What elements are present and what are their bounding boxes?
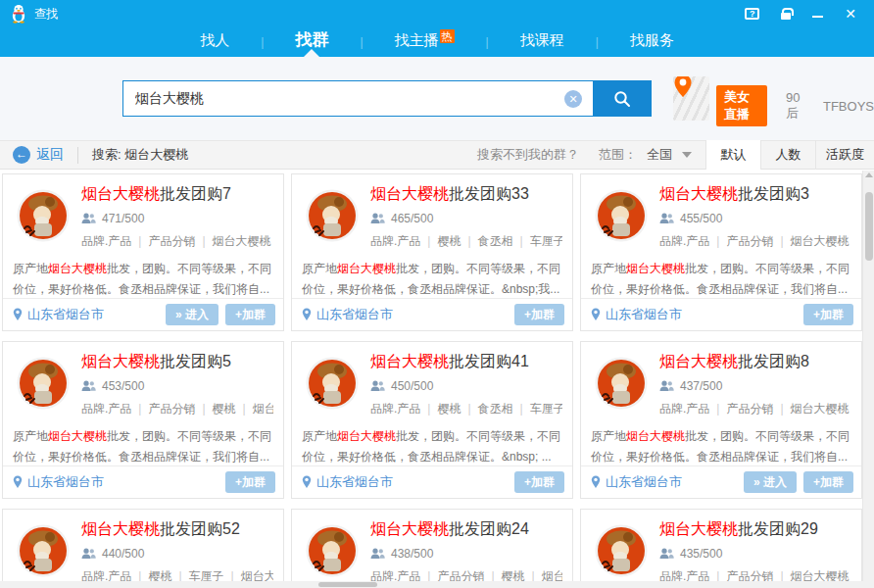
title-highlight: 烟台大樱桃: [81, 185, 160, 202]
title-rest: 批发团购29: [738, 520, 818, 537]
back-button[interactable]: ← 返回: [13, 146, 64, 164]
group-location[interactable]: 山东省烟台市: [591, 306, 797, 323]
cant-find-group-link[interactable]: 搜索不到我的群？: [477, 146, 579, 164]
group-location[interactable]: 山东省烟台市: [591, 473, 737, 491]
minimize-icon[interactable]: [812, 16, 823, 18]
sort-tab-default[interactable]: 默认: [705, 140, 760, 170]
tab-find-groups[interactable]: 找群: [287, 27, 336, 57]
group-location[interactable]: 山东省烟台市: [302, 306, 508, 323]
join-group-button[interactable]: +加群: [514, 304, 564, 325]
group-tag[interactable]: 烟台大樱桃 ...: [791, 402, 851, 416]
nearby-map-thumbnail[interactable]: [673, 76, 709, 121]
lock-icon[interactable]: [781, 13, 791, 20]
join-group-button[interactable]: +加群: [225, 304, 275, 325]
group-title[interactable]: 烟台大樱桃批发团购41: [370, 352, 562, 372]
scroll-up-arrow[interactable]: [865, 172, 873, 177]
scope-value: 全国: [647, 146, 672, 164]
group-tag[interactable]: 樱桃: [213, 402, 236, 416]
group-tag[interactable]: 车厘子 ...: [530, 402, 562, 416]
group-avatar[interactable]: [306, 524, 359, 577]
group-title[interactable]: 烟台大樱桃批发团购29: [659, 519, 851, 540]
group-avatar[interactable]: [17, 189, 70, 242]
group-tag[interactable]: 品牌.产品: [81, 402, 131, 416]
group-tag[interactable]: 樱桃: [437, 402, 461, 416]
group-tag[interactable]: 车厘子 ...: [530, 234, 562, 248]
sort-tab-members[interactable]: 人数: [760, 140, 815, 170]
group-tag[interactable]: 烟台...: [253, 402, 273, 416]
join-group-button[interactable]: +加群: [514, 471, 564, 493]
enter-button[interactable]: » 进入: [744, 471, 797, 493]
location-label: 山东省烟台市: [316, 473, 393, 491]
vertical-scrollbar[interactable]: [862, 171, 874, 581]
group-tag[interactable]: 产品分销: [148, 402, 195, 416]
horizontal-scroll-thumb[interactable]: [318, 582, 377, 587]
group-tags: 品牌.产品|樱桃|食丞相|车厘子 ...: [370, 401, 562, 417]
group-tag[interactable]: 品牌.产品: [659, 234, 709, 248]
group-tag[interactable]: 产品分销: [726, 234, 773, 248]
group-avatar[interactable]: [17, 357, 70, 410]
group-title[interactable]: 烟台大樱桃批发团购24: [370, 519, 562, 540]
search-button[interactable]: [593, 81, 651, 116]
join-group-button[interactable]: +加群: [225, 471, 275, 493]
group-title[interactable]: 烟台大樱桃批发团购8: [659, 352, 851, 372]
tag-divider: |: [467, 234, 470, 248]
group-tag[interactable]: 烟台大樱桃 ...: [213, 234, 273, 248]
title-rest: 批发团购41: [449, 353, 529, 369]
group-tag[interactable]: 烟台大樱桃 ...: [791, 234, 851, 248]
horizontal-scrollbar[interactable]: [0, 581, 874, 588]
group-location[interactable]: 山东省烟台市: [302, 473, 508, 491]
vertical-scroll-thumb[interactable]: [865, 192, 873, 261]
feedback-icon[interactable]: ?: [745, 8, 759, 20]
group-title[interactable]: 烟台大樱桃批发团购7: [81, 184, 273, 205]
group-avatar[interactable]: [595, 189, 648, 242]
tag-divider: |: [780, 402, 783, 416]
scope-dropdown[interactable]: 全国: [647, 146, 692, 164]
group-tag[interactable]: 品牌.产品: [659, 402, 709, 416]
group-card: 烟台大樱桃批发团购29 435/500 品牌.产品|产品分销|烟台大樱桃 ...…: [580, 509, 862, 588]
group-tag[interactable]: 产品分销: [148, 234, 195, 248]
tab-find-services[interactable]: 找服务: [622, 27, 682, 57]
title-highlight: 烟台大樱桃: [81, 520, 160, 537]
close-icon[interactable]: ✕: [845, 7, 856, 21]
group-location[interactable]: 山东省烟台市: [13, 306, 159, 323]
group-title[interactable]: 烟台大樱桃批发团购3: [659, 184, 851, 205]
search-input[interactable]: [123, 81, 593, 116]
group-description: 原产地烟台大樱桃批发，团购。不同等级果，不同价位，果好价格低。食丞相品牌保证，我…: [3, 250, 283, 299]
tag-divider: |: [520, 234, 523, 248]
hot-word[interactable]: TFBOYS: [823, 99, 874, 114]
member-count: 471/500: [81, 212, 273, 225]
enter-button[interactable]: » 进入: [166, 304, 218, 325]
group-tag[interactable]: 品牌.产品: [370, 402, 420, 416]
group-tag[interactable]: 食丞相: [478, 402, 513, 416]
join-group-button[interactable]: +加群: [803, 304, 853, 325]
live-badge[interactable]: 美女直播: [716, 85, 767, 126]
group-avatar[interactable]: [17, 524, 70, 577]
group-avatar[interactable]: [306, 357, 359, 410]
group-avatar[interactable]: [595, 524, 648, 577]
join-group-button[interactable]: +加群: [803, 471, 853, 493]
sort-tab-activity[interactable]: 活跃度: [815, 140, 874, 170]
group-title[interactable]: 烟台大樱桃批发团购5: [81, 352, 273, 372]
group-tag[interactable]: 产品分销: [726, 402, 773, 416]
group-tag[interactable]: 樱桃: [437, 234, 461, 248]
group-avatar[interactable]: [306, 189, 359, 242]
clear-search-icon[interactable]: ✕: [564, 90, 582, 108]
tab-find-courses[interactable]: 找课程: [512, 27, 572, 57]
tag-divider: |: [467, 402, 470, 416]
tab-find-streamers[interactable]: 找主播热: [387, 27, 462, 57]
group-title[interactable]: 烟台大樱桃批发团购52: [81, 519, 273, 540]
group-title[interactable]: 烟台大樱桃批发团购33: [370, 184, 562, 205]
hot-word[interactable]: 90后: [786, 90, 804, 122]
group-location[interactable]: 山东省烟台市: [13, 473, 218, 491]
title-rest: 批发团购33: [449, 185, 529, 202]
group-avatar[interactable]: [595, 357, 648, 410]
group-tag[interactable]: 品牌.产品: [81, 234, 131, 248]
tab-find-people[interactable]: 找人: [192, 27, 237, 57]
group-tag[interactable]: 品牌.产品: [370, 234, 420, 248]
search-section: ✕ 美女直播 90后 TFBOYS: [0, 57, 874, 140]
members-icon: [370, 380, 385, 392]
member-count: 465/500: [370, 212, 562, 225]
group-tag[interactable]: 食丞相: [478, 234, 513, 248]
nav-divider: |: [596, 35, 599, 49]
members-icon: [659, 380, 674, 392]
